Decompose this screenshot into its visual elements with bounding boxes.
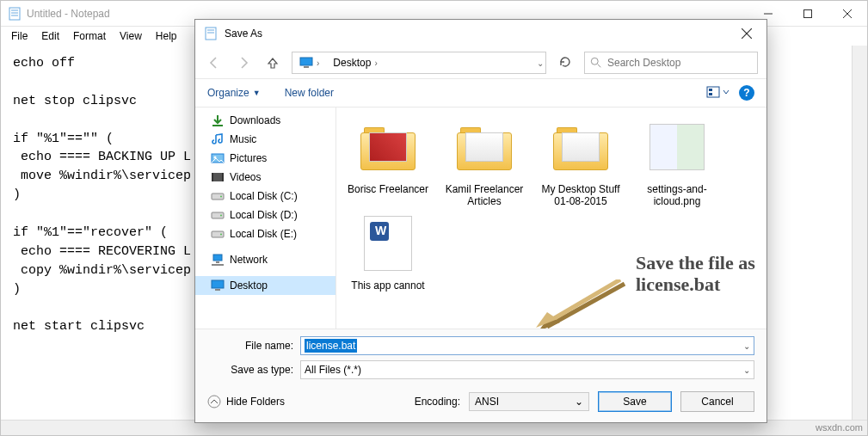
- svg-rect-35: [212, 280, 224, 288]
- svg-line-16: [598, 64, 601, 68]
- filename-label: File name:: [207, 340, 293, 352]
- menu-view[interactable]: View: [114, 28, 147, 44]
- toolbar: Organize ▼ New folder ?: [195, 78, 766, 107]
- tree-item-music[interactable]: Music: [195, 130, 336, 149]
- svg-rect-19: [709, 93, 712, 95]
- dialog-titlebar: Save As: [195, 20, 766, 47]
- svg-point-27: [220, 196, 222, 198]
- address-bar-row: › Desktop › ⌄ Search Desktop: [195, 47, 766, 78]
- dialog-title: Save As: [225, 28, 262, 40]
- tree-item-desktop[interactable]: Desktop: [195, 276, 336, 295]
- svg-rect-20: [212, 125, 223, 126]
- dialog-bottom-panel: File name: license.bat ⌄ Save as type: A…: [195, 329, 766, 422]
- svg-rect-5: [804, 9, 812, 17]
- search-placeholder: Search Desktop: [607, 57, 680, 69]
- svg-rect-18: [709, 89, 712, 91]
- save-button[interactable]: Save: [598, 391, 672, 412]
- monitor-icon: [299, 56, 313, 70]
- file-pane[interactable]: Borisc FreelancerKamil Freelancer Articl…: [336, 107, 766, 329]
- tree-item-local-disk-e-[interactable]: Local Disk (E:): [195, 224, 336, 243]
- breadcrumb-desktop: Desktop ›: [328, 55, 382, 71]
- svg-rect-23: [212, 173, 224, 181]
- notepad-icon: [204, 27, 218, 40]
- tree-item-local-disk-c-[interactable]: Local Disk (C:): [195, 187, 336, 206]
- search-input[interactable]: Search Desktop: [584, 52, 758, 74]
- view-options-button[interactable]: [706, 85, 730, 101]
- save-as-dialog: Save As › Desktop › ⌄ Search Desktop Org…: [194, 19, 767, 423]
- filename-dropdown[interactable]: ⌄: [743, 341, 750, 351]
- hide-folders-button[interactable]: Hide Folders: [207, 395, 285, 408]
- svg-rect-13: [300, 58, 312, 65]
- file-item[interactable]: My Desktop Stuff 01-08-2015: [536, 114, 625, 207]
- watermark: wsxdn.com: [816, 422, 863, 433]
- svg-rect-8: [206, 28, 216, 40]
- svg-rect-25: [222, 173, 224, 181]
- filename-input[interactable]: license.bat ⌄: [300, 336, 754, 355]
- nav-forward-button[interactable]: [233, 52, 254, 73]
- svg-rect-17: [707, 87, 719, 97]
- svg-point-29: [220, 215, 222, 217]
- nav-up-button[interactable]: [262, 52, 283, 73]
- svg-rect-33: [216, 261, 219, 263]
- address-bar[interactable]: › Desktop › ⌄: [292, 52, 546, 74]
- file-item[interactable]: Borisc Freelancer: [343, 114, 433, 207]
- cancel-button[interactable]: Cancel: [680, 391, 754, 412]
- savetype-combo[interactable]: All Files (*.*) ⌄: [300, 360, 754, 379]
- search-icon: [590, 57, 602, 69]
- svg-rect-14: [304, 66, 309, 68]
- notepad-title: Untitled - Notepad: [27, 8, 110, 20]
- tree-item-videos[interactable]: Videos: [195, 168, 336, 187]
- tree-item-pictures[interactable]: Pictures: [195, 149, 336, 168]
- menu-edit[interactable]: Edit: [36, 28, 65, 44]
- vertical-scrollbar[interactable]: [852, 46, 867, 420]
- savetype-label: Save as type:: [207, 364, 293, 376]
- tree-item-network[interactable]: Network: [195, 250, 336, 269]
- menu-format[interactable]: Format: [68, 28, 111, 44]
- svg-point-15: [591, 58, 598, 64]
- notepad-icon: [8, 7, 22, 21]
- chevron-up-icon: [207, 395, 221, 408]
- nav-back-button[interactable]: [204, 52, 225, 73]
- file-item[interactable]: Kamil Freelancer Articles: [440, 114, 529, 207]
- file-item[interactable]: settings-and-icloud.png: [632, 114, 722, 207]
- tree-item-downloads[interactable]: Downloads: [195, 111, 336, 130]
- maximize-button[interactable]: [788, 1, 828, 27]
- svg-rect-36: [215, 289, 220, 291]
- refresh-button[interactable]: [555, 55, 576, 71]
- encoding-combo[interactable]: ANSI⌄: [469, 392, 589, 411]
- address-dropdown[interactable]: ⌄: [537, 58, 544, 68]
- annotation-arrow: [534, 279, 629, 329]
- tree-item-local-disk-d-[interactable]: Local Disk (D:): [195, 206, 336, 224]
- organize-menu[interactable]: Organize ▼: [207, 87, 261, 99]
- svg-rect-32: [213, 255, 222, 261]
- menu-file[interactable]: File: [6, 28, 33, 44]
- nav-tree: DownloadsMusicPicturesVideosLocal Disk (…: [195, 107, 336, 329]
- file-item[interactable]: This app cannot: [343, 211, 433, 292]
- help-button[interactable]: ?: [739, 85, 754, 101]
- svg-point-37: [208, 396, 220, 408]
- svg-rect-24: [212, 173, 213, 181]
- annotation-text: Save the file as license.bat: [636, 252, 766, 296]
- svg-rect-0: [9, 8, 20, 20]
- dialog-close-button[interactable]: [727, 20, 766, 47]
- new-folder-button[interactable]: New folder: [285, 87, 334, 99]
- menu-help[interactable]: Help: [151, 28, 182, 44]
- svg-point-31: [220, 234, 222, 236]
- close-button[interactable]: [828, 1, 867, 27]
- encoding-label: Encoding:: [415, 396, 460, 408]
